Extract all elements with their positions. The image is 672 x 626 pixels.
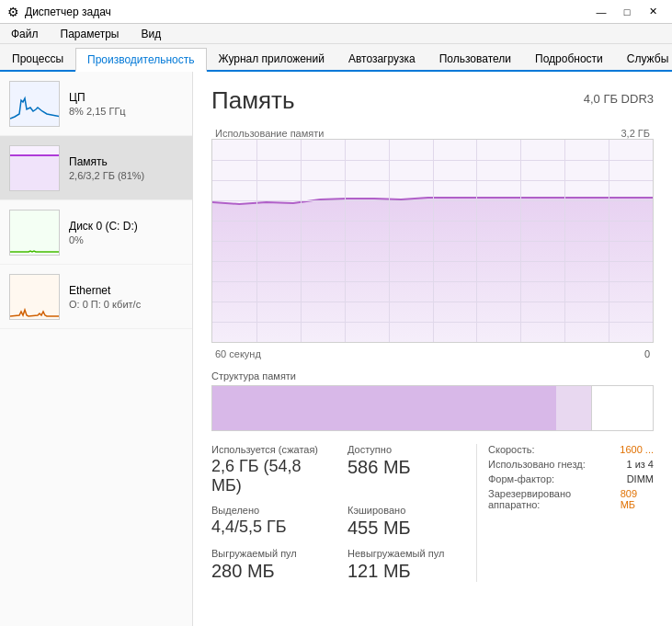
stat-speed: Скорость: 1600 ...	[488, 444, 654, 455]
stat-slots-label: Использовано гнезд:	[488, 459, 586, 470]
stat-form-label: Форм-фактор:	[488, 473, 554, 484]
stat-form-value: DIMM	[627, 473, 654, 484]
svg-rect-2	[10, 155, 60, 191]
stat-reserved-label: Зарезервировано аппаратно:	[488, 488, 621, 510]
left-stats: Используется (сжатая) 2,6 ГБ (54,8 МБ) Д…	[211, 444, 465, 582]
tab-details[interactable]: Подробности	[523, 46, 615, 70]
stat-available-value: 586 МБ	[347, 457, 456, 478]
title-bar-text: Диспетчер задач	[25, 6, 111, 18]
graph-bottom-labels: 60 секунд 0	[211, 347, 654, 361]
detail-header: Память 4,0 ГБ DDR3	[211, 86, 654, 115]
menu-file[interactable]: Файл	[7, 26, 42, 42]
detail-title: Память	[211, 86, 295, 115]
sidebar: ЦП 8% 2,15 ГГц Память 2,6/3,2 ГБ (81%)	[0, 72, 193, 626]
main-content: ЦП 8% 2,15 ГГц Память 2,6/3,2 ГБ (81%)	[0, 72, 672, 626]
stat-used-value: 2,6 ГБ (54,8 МБ)	[211, 457, 320, 495]
disk-subtitle: 0%	[69, 234, 183, 245]
stat-cached-value: 455 МБ	[347, 518, 456, 539]
stat-slots-value: 1 из 4	[626, 459, 654, 470]
memory-title: Память	[69, 155, 183, 168]
svg-rect-5	[10, 275, 60, 320]
stat-cached: Кэшировано 455 МБ	[347, 505, 465, 539]
menu-bar: Файл Параметры Вид	[0, 24, 672, 44]
memory-subtitle: 2,6/3,2 ГБ (81%)	[69, 170, 183, 181]
tab-users[interactable]: Пользователи	[427, 46, 523, 70]
stat-nonpaged-label: Невыгружаемый пул	[347, 548, 456, 559]
graph-top-labels: Использование памяти 3,2 ГБ	[211, 126, 654, 139]
tab-startup[interactable]: Автозагрузка	[336, 46, 427, 70]
cpu-info: ЦП 8% 2,15 ГГц	[69, 91, 183, 117]
stat-speed-label: Скорость:	[488, 444, 535, 455]
stat-allocated-value: 4,4/5,5 ГБ	[211, 518, 320, 537]
stat-paged-label: Выгружаемый пул	[211, 548, 320, 559]
app-icon: ⚙	[7, 5, 19, 19]
menu-view[interactable]: Вид	[137, 26, 165, 42]
close-button[interactable]: ✕	[641, 3, 665, 21]
title-bar: ⚙ Диспетчер задач — □ ✕	[0, 0, 672, 24]
memory-thumb	[9, 145, 60, 191]
grid-lines	[212, 140, 653, 342]
memory-structure-bar	[211, 385, 654, 431]
stat-reserved: Зарезервировано аппаратно: 809 МБ	[488, 488, 654, 510]
graph-usage-label: Использование памяти	[215, 128, 324, 139]
stat-allocated-label: Выделено	[211, 505, 320, 516]
tab-services[interactable]: Службы	[615, 46, 672, 70]
right-stats: Скорость: 1600 ... Использовано гнезд: 1…	[488, 444, 654, 582]
memory-info: Память 2,6/3,2 ГБ (81%)	[69, 155, 183, 181]
sidebar-item-disk[interactable]: Диск 0 (C: D:) 0%	[0, 200, 192, 265]
ethernet-thumb	[9, 274, 60, 320]
disk-info: Диск 0 (C: D:) 0%	[69, 220, 183, 245]
stat-form: Форм-фактор: DIMM	[488, 473, 654, 484]
stat-nonpaged-value: 121 МБ	[347, 561, 456, 582]
stat-reserved-value: 809 МБ	[621, 488, 654, 510]
ethernet-title: Ethernet	[69, 284, 183, 297]
tab-processes[interactable]: Процессы	[0, 46, 75, 70]
stat-speed-value: 1600 ...	[620, 444, 654, 455]
stat-paged: Выгружаемый пул 280 МБ	[211, 548, 329, 582]
stat-used: Используется (сжатая) 2,6 ГБ (54,8 МБ)	[211, 444, 329, 495]
cpu-thumb	[9, 81, 60, 127]
ethernet-subtitle: О: 0 П: 0 кбит/с	[69, 299, 183, 310]
sidebar-item-cpu[interactable]: ЦП 8% 2,15 ГГц	[0, 72, 192, 136]
graph-max-label: 3,2 ГБ	[621, 128, 650, 139]
sidebar-item-memory[interactable]: Память 2,6/3,2 ГБ (81%)	[0, 136, 192, 200]
tab-performance[interactable]: Производительность	[75, 48, 206, 72]
cpu-title: ЦП	[69, 91, 183, 104]
minimize-button[interactable]: —	[589, 3, 613, 21]
stat-nonpaged: Невыгружаемый пул 121 МБ	[347, 548, 465, 582]
structure-label: Структура памяти	[211, 370, 654, 381]
stat-available: Доступно 586 МБ	[347, 444, 465, 495]
stats-section: Используется (сжатая) 2,6 ГБ (54,8 МБ) Д…	[211, 444, 654, 582]
time-right: 0	[644, 348, 650, 359]
ethernet-info: Ethernet О: 0 П: 0 кбит/с	[69, 284, 183, 310]
stat-allocated: Выделено 4,4/5,5 ГБ	[211, 505, 329, 539]
svg-rect-0	[10, 82, 60, 127]
mem-used-block	[212, 386, 556, 430]
mem-free-block	[591, 386, 653, 430]
disk-title: Диск 0 (C: D:)	[69, 220, 183, 233]
detail-panel: Память 4,0 ГБ DDR3 Использование памяти …	[193, 72, 672, 626]
stat-available-label: Доступно	[347, 444, 456, 455]
maximize-button[interactable]: □	[615, 3, 639, 21]
mem-standby-block	[556, 386, 591, 430]
detail-spec: 4,0 ГБ DDR3	[584, 92, 654, 106]
stat-used-label: Используется (сжатая)	[211, 444, 320, 455]
tab-apphistory[interactable]: Журнал приложений	[207, 46, 336, 70]
stat-cached-label: Кэшировано	[347, 505, 456, 516]
stats-grid: Используется (сжатая) 2,6 ГБ (54,8 МБ) Д…	[211, 444, 465, 582]
window-controls: — □ ✕	[589, 3, 665, 21]
tabs-bar: Процессы Производительность Журнал прило…	[0, 44, 672, 72]
sidebar-item-ethernet[interactable]: Ethernet О: 0 П: 0 кбит/с	[0, 265, 192, 329]
cpu-subtitle: 8% 2,15 ГГц	[69, 106, 183, 117]
disk-thumb	[9, 210, 60, 256]
memory-graph-container	[211, 139, 654, 343]
stat-paged-value: 280 МБ	[211, 561, 320, 582]
stat-slots: Использовано гнезд: 1 из 4	[488, 459, 654, 470]
stats-divider	[476, 444, 477, 582]
time-label: 60 секунд	[215, 348, 261, 359]
memory-graph	[212, 140, 653, 342]
menu-parameters[interactable]: Параметры	[57, 26, 123, 42]
svg-rect-4	[10, 211, 60, 256]
